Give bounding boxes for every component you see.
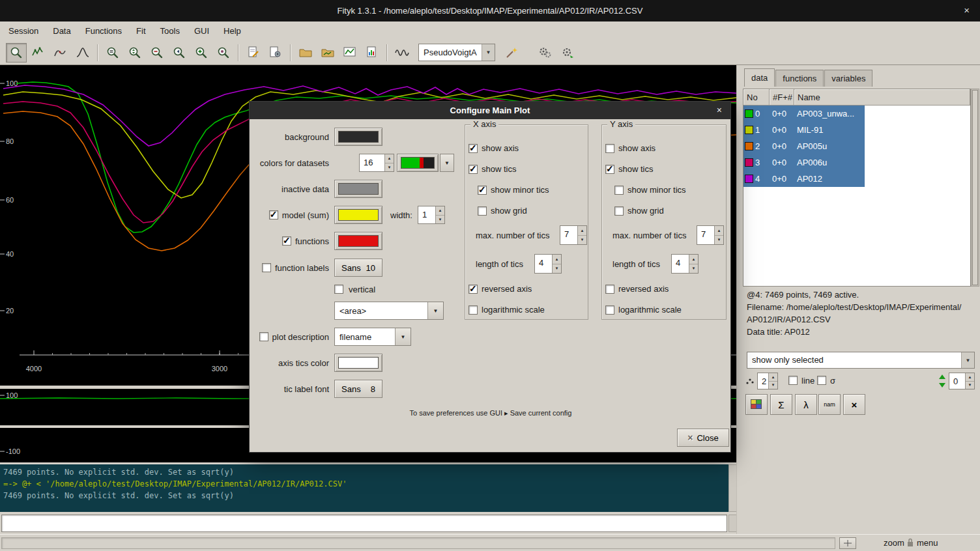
save-session-button[interactable]: [339, 43, 360, 63]
y-axis-show-grid-checkbox[interactable]: ✓: [614, 206, 624, 216]
dialog-close-button[interactable]: ×: [717, 105, 722, 115]
new-session-button[interactable]: [243, 43, 264, 63]
column-header-name[interactable]: Name: [794, 89, 970, 106]
run-fit-button[interactable]: [557, 43, 578, 63]
dataset-row[interactable]: 40+0AP012: [743, 171, 865, 187]
x-axis-reversed-checkbox[interactable]: ✓: [468, 285, 478, 294]
point-size-spinner[interactable]: 2▲▼: [757, 373, 778, 389]
delete-data-button[interactable]: ×: [843, 394, 865, 415]
tab-variables[interactable]: variables: [824, 70, 872, 87]
dataset-color-swatch[interactable]: [745, 158, 753, 167]
zoom-mouse-button[interactable]: [213, 43, 234, 63]
colors-count-spinner-up-arrow[interactable]: ▲: [385, 154, 394, 163]
show-filter-dropdown[interactable]: show only selected ▼: [747, 352, 975, 369]
model-width-spinner[interactable]: 1▲▼: [418, 206, 445, 224]
y-axis-tic-length-spinner[interactable]: 4▲▼: [671, 254, 699, 274]
sum-data-button[interactable]: Σ: [770, 394, 792, 415]
dataset-color-swatch[interactable]: [745, 109, 753, 118]
dialog-titlebar[interactable]: Configure Main Plot ×: [250, 102, 730, 119]
tab-functions[interactable]: functions: [775, 70, 824, 87]
export-data-button[interactable]: [362, 43, 382, 63]
tab-data[interactable]: data: [744, 68, 775, 87]
x-axis-show-axis-checkbox[interactable]: ✓: [468, 144, 478, 153]
column-header-no[interactable]: No: [743, 89, 770, 106]
x-axis-max-tics-spinner-up-arrow[interactable]: ▲: [578, 226, 586, 236]
dataset-row[interactable]: 20+0AP005u: [743, 138, 865, 154]
point-size-spinner-up-arrow[interactable]: ▲: [769, 373, 777, 382]
dataset-color-swatch[interactable]: [745, 126, 753, 134]
zoom-mode-button[interactable]: [6, 43, 27, 63]
y-axis-show-tics-checkbox[interactable]: ✓: [605, 165, 614, 174]
axis-tics-color-button[interactable]: [334, 354, 382, 372]
functions-checkbox[interactable]: ✓: [282, 236, 291, 246]
menu-fit[interactable]: Fit: [129, 23, 152, 39]
menu-session[interactable]: Session: [1, 23, 46, 39]
menu-functions[interactable]: Functions: [78, 23, 129, 39]
x-axis-show-tics-checkbox[interactable]: ✓: [468, 165, 478, 174]
data-shift-spinner-down-arrow[interactable]: ▼: [966, 382, 974, 389]
dataset-colors-button[interactable]: [397, 154, 439, 172]
y-axis-tic-length-spinner-down-arrow[interactable]: ▼: [689, 264, 698, 274]
y-axis-reversed-checkbox[interactable]: ✓: [605, 285, 614, 294]
window-close-button[interactable]: ×: [964, 5, 970, 16]
sigma-checkbox[interactable]: ✓: [817, 376, 826, 385]
zoom-all-button[interactable]: [102, 43, 123, 63]
model-width-spinner-up-arrow[interactable]: ▲: [436, 206, 444, 216]
zoom-out-button[interactable]: [147, 43, 167, 63]
manual-fit-button[interactable]: [535, 43, 556, 63]
menu-status-label[interactable]: menu: [917, 538, 938, 548]
data-range-mode-button[interactable]: [28, 43, 49, 63]
table-scrollbar[interactable]: [971, 89, 979, 287]
dataset-color-swatch[interactable]: [745, 142, 753, 150]
x-axis-show-minor-tics-checkbox[interactable]: ✓: [478, 186, 487, 195]
menu-help[interactable]: Help: [216, 23, 248, 39]
data-shift-spinner-up-arrow[interactable]: ▲: [966, 373, 974, 382]
background-mode-button[interactable]: [50, 43, 71, 63]
dataset-color-swatch[interactable]: [745, 175, 753, 183]
line-checkbox[interactable]: ✓: [788, 376, 798, 385]
tic-font-button[interactable]: Sans 8: [334, 380, 382, 398]
cursor-position-button[interactable]: [839, 537, 856, 549]
x-axis-show-grid-checkbox[interactable]: ✓: [478, 206, 487, 216]
lock-icon[interactable]: [906, 537, 914, 547]
vertical-checkbox[interactable]: ✓: [334, 285, 343, 294]
function-type-combo[interactable]: PseudoVoigtA▼: [418, 44, 495, 61]
column-header-fp[interactable]: #F+#: [770, 89, 794, 106]
add-peak-mode-button[interactable]: [72, 43, 93, 63]
edit-data-button[interactable]: [745, 394, 768, 415]
vertical-splitter[interactable]: [736, 65, 743, 534]
y-axis-show-axis-checkbox[interactable]: ✓: [605, 144, 614, 153]
zoom-previous-button[interactable]: [169, 43, 190, 63]
y-axis-max-tics-spinner-up-arrow[interactable]: ▲: [715, 226, 723, 236]
menu-gui[interactable]: GUI: [187, 23, 216, 39]
close-button[interactable]: × Close: [677, 429, 729, 447]
data-shift-spinner[interactable]: 0▲▼: [949, 373, 975, 389]
y-axis-show-minor-tics-checkbox[interactable]: ✓: [614, 186, 624, 195]
x-axis-max-tics-spinner-down-arrow[interactable]: ▼: [578, 236, 586, 245]
dataset-row[interactable]: 00+0AP003_unwa...: [743, 106, 865, 122]
load-data-button[interactable]: [295, 43, 316, 63]
output-console[interactable]: 7469 points. No explicit std. dev. Set a…: [0, 464, 728, 512]
scrollbar-thumb[interactable]: [972, 90, 978, 285]
model-color-button[interactable]: [334, 206, 382, 224]
model-width-spinner-down-arrow[interactable]: ▼: [436, 216, 444, 224]
y-axis-log-checkbox[interactable]: ✓: [605, 305, 614, 315]
x-axis-log-checkbox[interactable]: ✓: [468, 305, 478, 315]
menu-data[interactable]: Data: [46, 23, 78, 39]
dataset-row[interactable]: 30+0AP006u: [743, 154, 865, 171]
window-titlebar[interactable]: Fityk 1.3.1 - /home/aleplo/test/Desktop/…: [0, 0, 980, 21]
dataset-row[interactable]: 10+0MIL-91: [743, 122, 865, 138]
y-axis-max-tics-spinner[interactable]: 7▲▼: [697, 225, 724, 245]
background-color-button[interactable]: [334, 128, 382, 146]
label-text-combo[interactable]: <area> ▼: [334, 302, 444, 320]
x-axis-max-tics-spinner[interactable]: 7▲▼: [560, 225, 587, 245]
transform-data-button[interactable]: λ: [795, 394, 817, 415]
x-axis-tic-length-spinner-up-arrow[interactable]: ▲: [553, 255, 561, 264]
zoom-vertical-button[interactable]: [124, 43, 145, 63]
auto-add-peak-button[interactable]: [501, 43, 522, 63]
y-axis-max-tics-spinner-down-arrow[interactable]: ▼: [715, 236, 723, 245]
y-axis-tic-length-spinner-up-arrow[interactable]: ▲: [689, 255, 698, 264]
menu-tools[interactable]: Tools: [153, 23, 187, 39]
x-axis-tic-length-spinner-down-arrow[interactable]: ▼: [553, 264, 561, 274]
label-font-button[interactable]: Sans 10: [334, 259, 382, 277]
